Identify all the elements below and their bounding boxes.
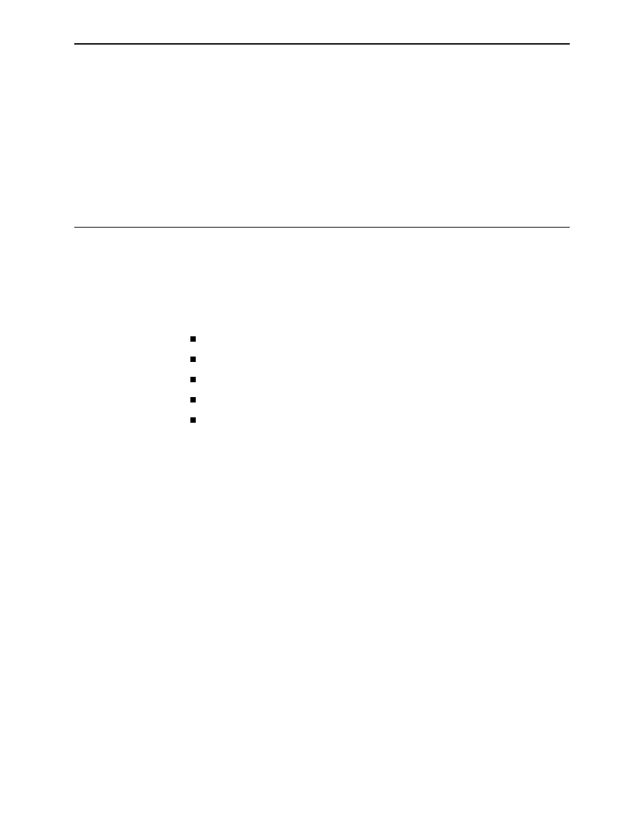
- square-bullet-icon: [190, 336, 196, 342]
- square-bullet-icon: [190, 377, 196, 382]
- list-item: [190, 390, 570, 410]
- mid-horizontal-rule: [74, 227, 570, 228]
- list-item: [190, 369, 570, 390]
- top-horizontal-rule: [74, 43, 570, 45]
- square-bullet-icon: [190, 357, 196, 362]
- document-page: [0, 0, 644, 430]
- list-item: [190, 349, 570, 369]
- list-item: [190, 329, 570, 349]
- square-bullet-icon: [190, 417, 196, 423]
- list-item: [190, 410, 570, 430]
- bullet-list: [190, 329, 570, 430]
- square-bullet-icon: [190, 397, 196, 402]
